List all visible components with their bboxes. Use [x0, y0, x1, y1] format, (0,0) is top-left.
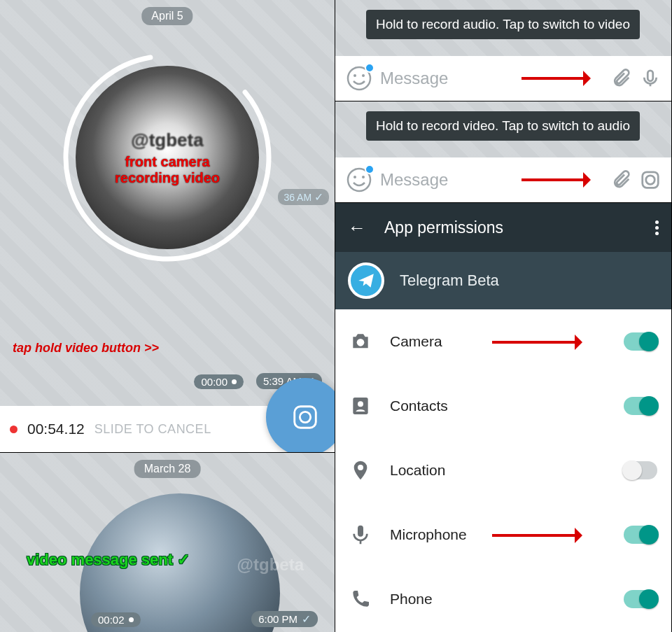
svg-rect-10 [643, 172, 659, 188]
tooltip-audio: Hold to record audio. Tap to switch to v… [366, 10, 640, 39]
annotation-sent: video message sent ✓ [27, 551, 190, 569]
contacts-icon [349, 395, 372, 417]
permissions-header: ← App permissions [335, 203, 671, 252]
sent-time-stamp: 6:00 PM ✓ [251, 611, 318, 627]
svg-point-8 [354, 176, 356, 178]
back-icon[interactable]: ← [348, 217, 366, 239]
svg-rect-3 [648, 71, 653, 81]
svg-point-6 [300, 412, 310, 422]
unread-dot-icon [365, 164, 374, 174]
app-row: Telegram Beta [335, 252, 671, 309]
svg-point-11 [646, 176, 655, 185]
perm-row-contacts: Contacts [335, 374, 671, 438]
annotation-arrow-icon [492, 337, 590, 347]
phone-icon [349, 588, 372, 610]
sent-panel: March 28 video message sent ✓ @tgbeta 00… [0, 452, 335, 632]
perm-toggle-location[interactable] [624, 461, 657, 479]
camera-preview: @tgbeta front camera recording video [76, 66, 259, 249]
compose-row: Message [335, 56, 671, 101]
video-record-button[interactable] [266, 378, 335, 456]
app-permissions-screen: ← App permissions Telegram Beta CameraCo… [335, 203, 671, 632]
tooltip-video: Hold to record video. Tap to switch to a… [366, 111, 640, 141]
location-icon [349, 459, 372, 482]
annotation-arrow-icon [492, 531, 590, 540]
annotation-arrow-icon [522, 175, 598, 185]
svg-point-2 [362, 74, 365, 77]
dur-stamp: 00:00 [194, 374, 244, 389]
camera-icon [349, 330, 372, 353]
perm-label: Contacts [390, 398, 606, 414]
overlay-line-2: recording video [115, 170, 220, 186]
annotation-arrow-icon [522, 73, 598, 83]
perm-row-phone: Phone [335, 567, 671, 631]
attach-icon[interactable] [610, 169, 632, 191]
perm-toggle-contacts[interactable] [624, 397, 657, 415]
app-name: Telegram Beta [400, 272, 499, 290]
watermark-sent: @tgbeta [237, 555, 304, 575]
sent-dur-stamp: 00:02 [91, 612, 141, 627]
perm-row-camera: Camera [335, 309, 671, 374]
svg-rect-5 [295, 407, 316, 428]
svg-point-14 [358, 401, 363, 407]
overlay-line-1: front camera [125, 154, 209, 170]
compose-row-video: Message [335, 157, 671, 202]
svg-point-15 [358, 465, 363, 470]
compose-video-panel: Hold to record video. Tap to switch to a… [335, 101, 671, 202]
date-chip-sent: March 28 [134, 460, 201, 478]
perm-toggle-phone[interactable] [624, 590, 657, 608]
emoji-icon[interactable] [345, 64, 373, 92]
attach-icon[interactable] [610, 67, 632, 90]
video-message-icon[interactable] [639, 169, 662, 191]
chat-background: April 5 @tgbeta front camera recording v… [0, 0, 335, 406]
permissions-list: CameraContactsLocationMicrophonePhoneSMS [335, 309, 671, 632]
message-input[interactable]: Message [380, 170, 514, 190]
telegram-icon [348, 262, 384, 299]
permissions-title: App permissions [384, 218, 503, 237]
mic-icon[interactable] [639, 67, 662, 90]
video-bubble: @tgbeta front camera recording video [66, 56, 269, 259]
svg-point-9 [362, 176, 365, 178]
perm-toggle-microphone[interactable] [624, 526, 657, 544]
perm-toggle-camera[interactable] [624, 332, 657, 351]
perm-row-location: Location [335, 438, 671, 503]
peek-timestamp: 36 AM ✓ [278, 189, 329, 205]
recording-panel: April 5 @tgbeta front camera recording v… [0, 0, 335, 632]
slide-to-cancel[interactable]: SLIDE TO CANCEL [94, 422, 211, 437]
recording-footer: 00:54.12 SLIDE TO CANCEL [0, 406, 335, 452]
rec-timer: 00:54.12 [27, 421, 85, 437]
emoji-icon[interactable] [345, 166, 373, 194]
watermark: @tgbeta [131, 129, 203, 151]
svg-point-1 [354, 74, 356, 77]
microphone-icon [349, 524, 372, 546]
annotation-tap-hold: tap hold video button >> [13, 341, 159, 356]
perm-label: Location [390, 462, 606, 479]
perm-label: Phone [390, 591, 606, 608]
svg-rect-16 [358, 526, 363, 537]
unread-dot-icon [365, 63, 374, 73]
overflow-icon[interactable] [655, 220, 659, 235]
rec-dot-icon [10, 426, 18, 433]
message-input[interactable]: Message [380, 69, 514, 88]
svg-point-12 [357, 339, 365, 346]
perm-row-microphone: Microphone [335, 503, 671, 567]
compose-audio-panel: Hold to record audio. Tap to switch to v… [335, 0, 671, 101]
